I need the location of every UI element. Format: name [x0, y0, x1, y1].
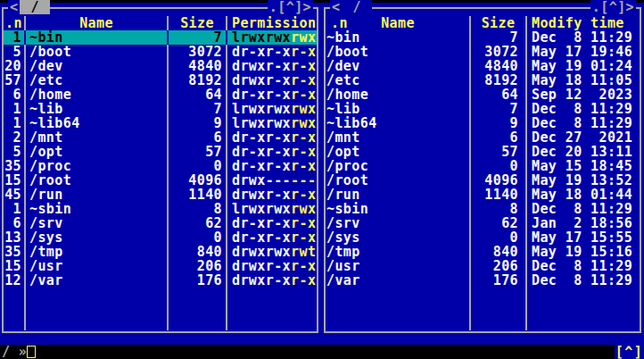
file-name — [26, 288, 169, 302]
file-row[interactable]: 1~lib7lrwxrwxrwx — [4, 102, 317, 116]
file-permission: dr-xr-xr-x — [227, 145, 317, 159]
file-row[interactable]: ~lib649Dec 8 11:29 — [326, 116, 640, 130]
column-header-mtime[interactable]: Modify time — [527, 16, 640, 30]
file-permission: lrwxrwxrwx — [227, 30, 317, 45]
file-permission — [227, 302, 317, 316]
file-size: 8 — [169, 202, 227, 216]
file-row[interactable]: /root4096May 19 13:52 — [326, 173, 640, 188]
file-size: 1140 — [471, 188, 527, 202]
panel-menu-icon[interactable]: .[^]> — [268, 0, 313, 14]
file-name: /opt — [26, 145, 169, 159]
left-panel-path[interactable]: / — [20, 0, 50, 14]
file-size: 7 — [169, 102, 227, 116]
file-row[interactable]: 35/tmp840drwxrwxrwt — [4, 245, 317, 259]
file-row[interactable]: 15/usr206drwxr-xr-x — [4, 259, 317, 273]
file-size: 176 — [169, 273, 227, 288]
file-row[interactable]: 57/etc8192drwxr-xr-x — [4, 73, 317, 88]
panel-menu-icon[interactable]: .[^]> — [590, 0, 636, 14]
file-permission: drwxr-xr-x — [227, 59, 317, 73]
permission-other: rwx — [291, 116, 316, 130]
file-row[interactable]: /tmp840May 19 15:16 — [326, 245, 640, 259]
history-back-icon[interactable]: < — [330, 0, 342, 14]
file-name — [326, 302, 471, 316]
file-row[interactable]: 35/proc0dr-xr-xr-x — [4, 159, 317, 173]
column-header-name[interactable]: Name — [26, 16, 169, 30]
file-size — [169, 288, 227, 302]
file-row[interactable]: /opt57Dec 20 13:11 — [326, 145, 640, 159]
file-row[interactable]: 6/srv62dr-xr-xr-x — [4, 216, 317, 230]
file-row[interactable]: 1~sbin8lrwxrwxrwx — [4, 202, 317, 216]
column-header-name-group[interactable]: .n Name — [326, 16, 471, 30]
file-size: 4840 — [169, 59, 227, 73]
file-permission — [227, 316, 317, 330]
text-cursor — [27, 346, 36, 358]
permission-other: r-x — [291, 216, 316, 230]
file-row[interactable]: ~lib7Dec 8 11:29 — [326, 102, 640, 116]
panel-up-badge[interactable]: [^] — [615, 345, 644, 359]
file-row[interactable]: /etc8192May 18 11:05 — [326, 73, 640, 88]
file-row[interactable]: 1~lib649lrwxrwxrwx — [4, 116, 317, 130]
file-mtime: Dec 27 2021 — [527, 130, 640, 145]
file-size: 7 — [471, 30, 527, 45]
file-row[interactable]: 13/sys0dr-xr-xr-x — [4, 230, 317, 245]
file-mtime: Sep 12 2023 — [527, 88, 640, 102]
column-header-name[interactable]: Name — [326, 16, 469, 30]
file-number — [4, 316, 26, 330]
permission-owner-group: drwxr-x — [232, 259, 291, 273]
column-header-permission[interactable]: Permission — [227, 16, 317, 30]
permission-owner-group: dr-xr-x — [232, 216, 291, 230]
permission-other: r-x — [291, 145, 316, 159]
right-panel-path[interactable]: / — [342, 0, 372, 14]
file-permission: dr-xr-xr-x — [227, 88, 317, 102]
file-row[interactable]: 6/home64dr-xr-xr-x — [4, 88, 317, 102]
file-permission: dr-xr-xr-x — [227, 45, 317, 59]
file-number: 5 — [4, 45, 26, 59]
column-header-number[interactable]: .n — [331, 16, 348, 30]
file-name: /home — [26, 88, 169, 102]
file-row[interactable]: ~bin7Dec 8 11:29 — [326, 30, 640, 45]
file-row[interactable]: /proc0May 15 18:45 — [326, 159, 640, 173]
file-row[interactable]: /usr206Dec 8 11:29 — [326, 259, 640, 273]
file-row[interactable]: /home64Sep 12 2023 — [326, 88, 640, 102]
file-row[interactable]: /run1140May 18 01:44 — [326, 188, 640, 202]
file-row[interactable]: 2/mnt6dr-xr-xr-x — [4, 130, 317, 145]
file-mtime: May 19 15:16 — [527, 245, 640, 259]
file-mtime: May 18 01:44 — [527, 188, 640, 202]
file-size — [471, 316, 527, 330]
file-row[interactable]: /sys0May 17 15:55 — [326, 230, 640, 245]
file-row[interactable]: 20/dev4840drwxr-xr-x — [4, 59, 317, 73]
column-header-size[interactable]: Size — [169, 16, 227, 30]
file-row[interactable]: 5/opt57dr-xr-xr-x — [4, 145, 317, 159]
file-mtime: May 19 13:52 — [527, 173, 640, 188]
command-line[interactable]: / » [^] — [0, 345, 644, 359]
file-mtime — [527, 288, 640, 302]
file-row[interactable]: /srv62Jan 2 18:56 — [326, 216, 640, 230]
column-header-number[interactable]: .n — [4, 16, 26, 30]
file-row[interactable]: /dev4840May 19 01:24 — [326, 59, 640, 73]
right-file-list: ~bin7Dec 8 11:29/boot3072May 17 19:46/de… — [326, 30, 640, 330]
left-panel: < / .[^]> .n Name Size Permission 1~bin7… — [2, 7, 318, 333]
file-row[interactable]: 45/run1140drwxr-xr-x — [4, 188, 317, 202]
file-row[interactable]: 15/root4096drwx------ — [4, 173, 317, 188]
file-row[interactable]: 5/boot3072dr-xr-xr-x — [4, 45, 317, 59]
file-size: 0 — [471, 159, 527, 173]
file-permission: drwxr-xr-x — [227, 273, 317, 288]
file-name: /run — [326, 188, 471, 202]
file-name: /tmp — [26, 245, 169, 259]
empty-row — [4, 302, 317, 316]
file-size: 3072 — [169, 45, 227, 59]
file-row[interactable]: /mnt6Dec 27 2021 — [326, 130, 640, 145]
file-row[interactable]: 1~bin7lrwxrwxrwx — [4, 30, 317, 45]
file-row[interactable]: /boot3072May 17 19:46 — [326, 45, 640, 59]
file-number: 35 — [4, 159, 26, 173]
file-row[interactable]: /var176Dec 8 11:29 — [326, 273, 640, 288]
file-name: /dev — [326, 59, 471, 73]
column-header-size[interactable]: Size — [471, 16, 527, 30]
permission-owner-group: lrwxrwx — [232, 30, 291, 45]
file-name: /srv — [326, 216, 471, 230]
file-name: ~bin — [26, 30, 169, 45]
file-row[interactable]: ~sbin8Dec 8 11:29 — [326, 202, 640, 216]
file-name: /mnt — [326, 130, 471, 145]
file-row[interactable]: 12/var176drwxr-xr-x — [4, 273, 317, 288]
history-back-icon[interactable]: < — [8, 0, 20, 14]
